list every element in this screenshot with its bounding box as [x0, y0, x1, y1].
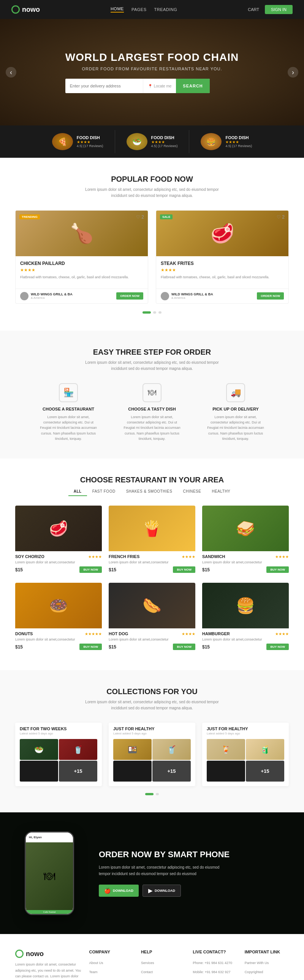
rest-card-desc-1: Lorem ipsum dolor sit amet,consectetur	[15, 560, 102, 564]
footer-mobile[interactable]: Mobile: +91 984 632 927	[193, 970, 230, 974]
footer-desc: Lorem ipsum dolor sit amet, consectetur …	[15, 962, 82, 980]
coll-img-1-plus[interactable]: +15	[59, 760, 97, 781]
rest-card-img-4: 🍩	[15, 583, 102, 628]
sign-in-button[interactable]: SIGN IN	[265, 5, 293, 14]
rest-card-body-4: DONUTS ★★★★★ Lorem ipsum dolor sit amet,…	[15, 628, 102, 653]
rest-title-row-1: SOY CHORIZO ★★★★	[15, 554, 102, 559]
order-button-2[interactable]: ORDER NOW	[257, 292, 284, 299]
coll-img-1-1: 🥗	[20, 739, 58, 760]
rest-card-body-2: FRENCH FRIES ★★★★ Lorem ipsum dolor sit …	[109, 551, 195, 576]
filter-shakes[interactable]: SHAKES & SMOOTHIES	[121, 487, 178, 496]
step-desc-3: Lorem ipsum dolor sit amet, consectetur …	[205, 414, 266, 442]
dot-3[interactable]	[158, 311, 161, 313]
nav-home[interactable]: HOME	[111, 6, 124, 13]
footer-important-title: IMPORTANT LINK	[245, 950, 289, 954]
footer-link-about[interactable]: About Us	[89, 961, 103, 965]
rest-title-row-3: SANDWICH ★★★★	[202, 554, 289, 559]
rest-card-stars-2: ★★★★	[181, 555, 195, 559]
popular-card-body-2: STEAK FRITES ★★★★ Flatbread with tomatoe…	[156, 256, 288, 288]
popular-card-name-2: STEAK FRITES	[161, 261, 284, 266]
collection-title-1: DIET FOR TWO WEEKS	[20, 727, 97, 731]
rest-card-2: 🍟 FRENCH FRIES ★★★★ Lorem ipsum dolor si…	[109, 506, 195, 576]
popular-card-footer-1: WILD WINGS GRILL & BA & America ORDER NO…	[16, 288, 148, 303]
nav-pages[interactable]: PAGES	[132, 7, 147, 12]
buy-button-1[interactable]: BUY NOW	[80, 566, 102, 573]
restaurant-title: CHOOSE RESTAURANT IN YOUR AREA	[15, 476, 289, 484]
hero-content: WORLD LARGEST FOOD CHAIN ORDER FOOD FROM…	[65, 51, 239, 93]
food-banner-info-2: Food Dish ★★★★ 4.5| (17 Reviews)	[151, 135, 178, 148]
rest-card-stars-1: ★★★★	[88, 555, 102, 559]
food-banner-2[interactable]: 🥗 Food Dish ★★★★ 4.5| (17 Reviews)	[115, 130, 189, 153]
collections-subtitle: Lorem ipsum dolor sit amet, consectetur …	[80, 699, 224, 711]
footer-link-team[interactable]: Team	[89, 970, 98, 974]
collection-card-2: JUST FOR HEALTHY Latest added 5 days ago…	[109, 723, 195, 786]
food-banner-3[interactable]: 🍔 Food Dish ★★★★ 4.5| (17 Reviews)	[189, 130, 263, 153]
coll-img-3-plus[interactable]: +15	[246, 760, 284, 781]
filter-all[interactable]: ALL	[68, 487, 87, 496]
dot-1[interactable]	[143, 311, 151, 313]
footer-phone[interactable]: Phone: +91 984 631 4270	[193, 961, 232, 965]
popular-grid: TRENDING ♡ 2 🍗 CHICKEN PAILLARD ★★★★ Fla…	[15, 210, 289, 304]
coll-img-2-plus[interactable]: +15	[152, 760, 191, 781]
dot-2[interactable]	[153, 311, 156, 313]
hero-prev-button[interactable]: ‹	[6, 67, 16, 78]
coll-dot-1[interactable]	[145, 793, 153, 795]
app-info: ORDER NOW BY SMART PHONE Lorem ipsum dol…	[99, 850, 229, 897]
search-button[interactable]: SEARCH	[176, 79, 209, 93]
filter-chinese[interactable]: CHINESE	[177, 487, 206, 496]
rest-card-price-5: $15	[109, 644, 116, 650]
rest-card-img-6: 🍔	[202, 583, 289, 628]
footer-link-partner[interactable]: Partner With Us	[245, 961, 269, 965]
buy-button-5[interactable]: BUY NOW	[173, 644, 195, 650]
coll-dot-2[interactable]	[156, 793, 159, 795]
app-buttons: 🍎 DOWNLOAD ▶ DOWNLOAD	[99, 885, 229, 897]
collection-title-2: JUST FOR HEALTHY	[113, 727, 191, 731]
nav-treading[interactable]: TREADING	[154, 7, 177, 12]
footer-link-copyright[interactable]: Copyrighted	[245, 970, 263, 974]
app-download-label-2: DOWNLOAD	[154, 889, 175, 892]
food-banner-label-1: Food Dish	[77, 135, 103, 140]
food-banner-1[interactable]: 🍕 Food Dish ★★★★ 4.5| (17 Reviews)	[41, 130, 115, 153]
popular-subtitle: Lorem ipsum dolor sit amet, consectetur …	[80, 187, 224, 199]
step-1: 🏪 CHOOSE A RESTAURANT Lorem ipsum dolor …	[38, 383, 99, 442]
filter-healthy[interactable]: HEALTHY	[206, 487, 236, 496]
rest-card-price-6: $15	[202, 644, 210, 650]
footer-link-contact[interactable]: Contact	[141, 970, 153, 974]
footer-live-contact-title: LIVE CONTACT?	[193, 950, 237, 954]
hero-next-button[interactable]: ›	[288, 67, 298, 78]
buy-button-2[interactable]: BUY NOW	[173, 566, 195, 573]
locate-icon: 📍	[148, 84, 152, 88]
filter-fastfood[interactable]: FAST FOOD	[87, 487, 121, 496]
popular-card-body-1: CHICKEN PAILLARD ★★★★ Flatbread with tom…	[16, 256, 148, 288]
rest-card-body-5: HOT DOG ★★★★ Lorem ipsum dolor sit amet,…	[109, 628, 195, 653]
footer-link-services[interactable]: Services	[141, 961, 154, 965]
app-download-green[interactable]: 🍎 DOWNLOAD	[99, 885, 139, 897]
search-input[interactable]	[65, 79, 143, 93]
nav-right: CART SIGN IN	[248, 5, 293, 14]
buy-button-6[interactable]: BUY NOW	[266, 644, 289, 650]
popular-heart-1[interactable]: ♡ 2	[136, 215, 144, 220]
collection-header-2: JUST FOR HEALTHY Latest added 5 days ago	[109, 723, 195, 739]
app-download-dark[interactable]: ▶ DOWNLOAD	[143, 885, 181, 897]
popular-card-desc-2: Flatbread with tomatoes, cheese, oil, ga…	[161, 275, 284, 280]
popular-heart-2[interactable]: ♡ 2	[277, 215, 285, 220]
order-button-1[interactable]: ORDER NOW	[116, 292, 143, 299]
rest-card-body-1: SOY CHORIZO ★★★★ Lorem ipsum dolor sit a…	[15, 551, 102, 576]
rest-card-img-1: 🥩	[15, 506, 102, 551]
footer-help: HELP Services Contact Faq Privacy Policy…	[141, 950, 185, 980]
phone-header: Hi, Elyan	[26, 832, 73, 842]
rest-card-title-1: SOY CHORIZO	[15, 554, 45, 559]
hero-section: ‹ WORLD LARGEST FOOD CHAIN ORDER FOOD FR…	[0, 19, 304, 126]
popular-card-1: TRENDING ♡ 2 🍗 CHICKEN PAILLARD ★★★★ Fla…	[15, 210, 148, 304]
nav-cart[interactable]: CART	[248, 7, 259, 12]
popular-dots	[15, 311, 289, 313]
food-banner-label-3: Food Dish	[225, 135, 252, 140]
buy-button-3[interactable]: BUY NOW	[266, 566, 289, 573]
buy-button-4[interactable]: BUY NOW	[80, 644, 102, 650]
phone-screen: Hi, Elyan 🍽 Cafe Kaskal	[26, 832, 73, 914]
locate-button[interactable]: 📍 Locate me	[143, 79, 176, 93]
chef-info-1: WILD WINGS GRILL & BA & America	[31, 292, 73, 299]
search-bar: 📍 Locate me SEARCH	[65, 79, 210, 93]
rest-card-body-6: HAMBURGER ★★★★ Lorem ipsum dolor sit ame…	[202, 628, 289, 653]
collection-subtitle-3: Latest added 5 days ago	[207, 732, 284, 735]
